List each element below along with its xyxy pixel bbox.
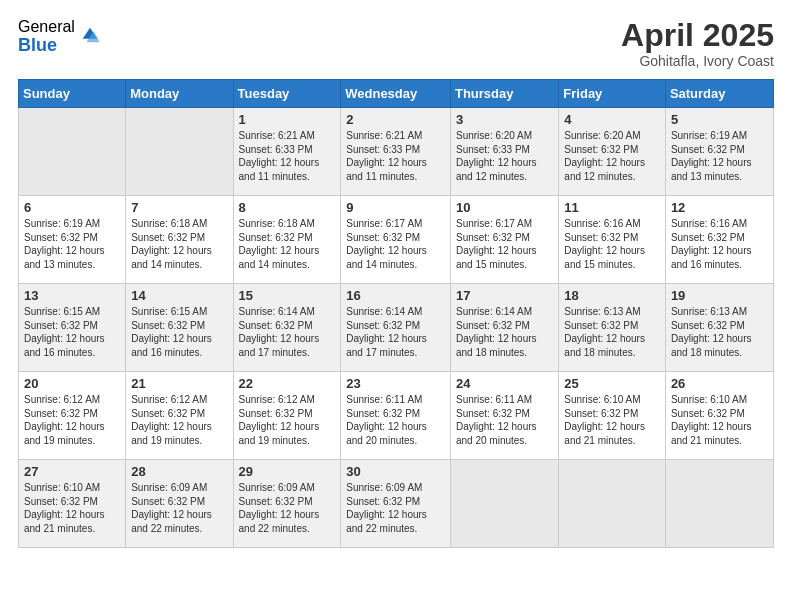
- page: General Blue April 2025 Gohitafla, Ivory…: [0, 0, 792, 612]
- day-info: Sunrise: 6:17 AM Sunset: 6:32 PM Dayligh…: [456, 217, 553, 271]
- calendar-week-row: 27Sunrise: 6:10 AM Sunset: 6:32 PM Dayli…: [19, 460, 774, 548]
- day-info: Sunrise: 6:17 AM Sunset: 6:32 PM Dayligh…: [346, 217, 445, 271]
- calendar-day-cell: 4Sunrise: 6:20 AM Sunset: 6:32 PM Daylig…: [559, 108, 666, 196]
- calendar-day-cell: 21Sunrise: 6:12 AM Sunset: 6:32 PM Dayli…: [126, 372, 233, 460]
- day-number: 9: [346, 200, 445, 215]
- location: Gohitafla, Ivory Coast: [621, 53, 774, 69]
- calendar-day-cell: 9Sunrise: 6:17 AM Sunset: 6:32 PM Daylig…: [341, 196, 451, 284]
- day-number: 21: [131, 376, 227, 391]
- calendar-day-cell: 10Sunrise: 6:17 AM Sunset: 6:32 PM Dayli…: [450, 196, 558, 284]
- month-title: April 2025: [621, 18, 774, 53]
- weekday-header: Sunday: [19, 80, 126, 108]
- calendar-day-cell: 23Sunrise: 6:11 AM Sunset: 6:32 PM Dayli…: [341, 372, 451, 460]
- day-number: 8: [239, 200, 336, 215]
- calendar-day-cell: 22Sunrise: 6:12 AM Sunset: 6:32 PM Dayli…: [233, 372, 341, 460]
- day-info: Sunrise: 6:15 AM Sunset: 6:32 PM Dayligh…: [131, 305, 227, 359]
- calendar-day-cell: 7Sunrise: 6:18 AM Sunset: 6:32 PM Daylig…: [126, 196, 233, 284]
- calendar-day-cell: 19Sunrise: 6:13 AM Sunset: 6:32 PM Dayli…: [665, 284, 773, 372]
- calendar-day-cell: [559, 460, 666, 548]
- calendar-day-cell: 15Sunrise: 6:14 AM Sunset: 6:32 PM Dayli…: [233, 284, 341, 372]
- calendar-day-cell: 24Sunrise: 6:11 AM Sunset: 6:32 PM Dayli…: [450, 372, 558, 460]
- day-number: 26: [671, 376, 768, 391]
- day-info: Sunrise: 6:12 AM Sunset: 6:32 PM Dayligh…: [24, 393, 120, 447]
- day-number: 7: [131, 200, 227, 215]
- day-info: Sunrise: 6:12 AM Sunset: 6:32 PM Dayligh…: [239, 393, 336, 447]
- calendar-day-cell: 18Sunrise: 6:13 AM Sunset: 6:32 PM Dayli…: [559, 284, 666, 372]
- weekday-header: Monday: [126, 80, 233, 108]
- logo-text: General Blue: [18, 18, 75, 55]
- calendar-day-cell: 14Sunrise: 6:15 AM Sunset: 6:32 PM Dayli…: [126, 284, 233, 372]
- day-number: 3: [456, 112, 553, 127]
- calendar-day-cell: [126, 108, 233, 196]
- calendar-week-row: 1Sunrise: 6:21 AM Sunset: 6:33 PM Daylig…: [19, 108, 774, 196]
- weekday-header: Wednesday: [341, 80, 451, 108]
- day-info: Sunrise: 6:10 AM Sunset: 6:32 PM Dayligh…: [671, 393, 768, 447]
- day-info: Sunrise: 6:15 AM Sunset: 6:32 PM Dayligh…: [24, 305, 120, 359]
- day-number: 10: [456, 200, 553, 215]
- day-number: 11: [564, 200, 660, 215]
- day-info: Sunrise: 6:16 AM Sunset: 6:32 PM Dayligh…: [564, 217, 660, 271]
- weekday-header: Tuesday: [233, 80, 341, 108]
- calendar-week-row: 20Sunrise: 6:12 AM Sunset: 6:32 PM Dayli…: [19, 372, 774, 460]
- day-info: Sunrise: 6:13 AM Sunset: 6:32 PM Dayligh…: [564, 305, 660, 359]
- day-number: 23: [346, 376, 445, 391]
- day-number: 6: [24, 200, 120, 215]
- calendar-day-cell: 26Sunrise: 6:10 AM Sunset: 6:32 PM Dayli…: [665, 372, 773, 460]
- day-info: Sunrise: 6:13 AM Sunset: 6:32 PM Dayligh…: [671, 305, 768, 359]
- day-number: 18: [564, 288, 660, 303]
- day-info: Sunrise: 6:14 AM Sunset: 6:32 PM Dayligh…: [239, 305, 336, 359]
- day-info: Sunrise: 6:11 AM Sunset: 6:32 PM Dayligh…: [346, 393, 445, 447]
- day-info: Sunrise: 6:21 AM Sunset: 6:33 PM Dayligh…: [346, 129, 445, 183]
- calendar-day-cell: 6Sunrise: 6:19 AM Sunset: 6:32 PM Daylig…: [19, 196, 126, 284]
- day-number: 1: [239, 112, 336, 127]
- day-number: 20: [24, 376, 120, 391]
- day-number: 14: [131, 288, 227, 303]
- day-number: 29: [239, 464, 336, 479]
- day-number: 27: [24, 464, 120, 479]
- title-section: April 2025 Gohitafla, Ivory Coast: [621, 18, 774, 69]
- day-number: 22: [239, 376, 336, 391]
- day-number: 17: [456, 288, 553, 303]
- day-info: Sunrise: 6:18 AM Sunset: 6:32 PM Dayligh…: [131, 217, 227, 271]
- calendar-day-cell: 11Sunrise: 6:16 AM Sunset: 6:32 PM Dayli…: [559, 196, 666, 284]
- header: General Blue April 2025 Gohitafla, Ivory…: [18, 18, 774, 69]
- calendar-day-cell: 20Sunrise: 6:12 AM Sunset: 6:32 PM Dayli…: [19, 372, 126, 460]
- calendar-day-cell: 8Sunrise: 6:18 AM Sunset: 6:32 PM Daylig…: [233, 196, 341, 284]
- logo-general: General: [18, 18, 75, 36]
- calendar-day-cell: 16Sunrise: 6:14 AM Sunset: 6:32 PM Dayli…: [341, 284, 451, 372]
- day-info: Sunrise: 6:10 AM Sunset: 6:32 PM Dayligh…: [564, 393, 660, 447]
- day-info: Sunrise: 6:11 AM Sunset: 6:32 PM Dayligh…: [456, 393, 553, 447]
- calendar-day-cell: 2Sunrise: 6:21 AM Sunset: 6:33 PM Daylig…: [341, 108, 451, 196]
- calendar-day-cell: 28Sunrise: 6:09 AM Sunset: 6:32 PM Dayli…: [126, 460, 233, 548]
- calendar-day-cell: 25Sunrise: 6:10 AM Sunset: 6:32 PM Dayli…: [559, 372, 666, 460]
- day-info: Sunrise: 6:09 AM Sunset: 6:32 PM Dayligh…: [346, 481, 445, 535]
- day-number: 15: [239, 288, 336, 303]
- day-info: Sunrise: 6:19 AM Sunset: 6:32 PM Dayligh…: [671, 129, 768, 183]
- day-number: 13: [24, 288, 120, 303]
- day-number: 25: [564, 376, 660, 391]
- calendar-day-cell: 3Sunrise: 6:20 AM Sunset: 6:33 PM Daylig…: [450, 108, 558, 196]
- calendar-day-cell: 5Sunrise: 6:19 AM Sunset: 6:32 PM Daylig…: [665, 108, 773, 196]
- day-number: 2: [346, 112, 445, 127]
- calendar-day-cell: 29Sunrise: 6:09 AM Sunset: 6:32 PM Dayli…: [233, 460, 341, 548]
- weekday-header-row: SundayMondayTuesdayWednesdayThursdayFrid…: [19, 80, 774, 108]
- day-info: Sunrise: 6:16 AM Sunset: 6:32 PM Dayligh…: [671, 217, 768, 271]
- calendar-day-cell: [665, 460, 773, 548]
- day-info: Sunrise: 6:20 AM Sunset: 6:33 PM Dayligh…: [456, 129, 553, 183]
- logo: General Blue: [18, 18, 101, 55]
- calendar-day-cell: 30Sunrise: 6:09 AM Sunset: 6:32 PM Dayli…: [341, 460, 451, 548]
- day-number: 30: [346, 464, 445, 479]
- logo-blue: Blue: [18, 36, 75, 56]
- weekday-header: Saturday: [665, 80, 773, 108]
- day-info: Sunrise: 6:09 AM Sunset: 6:32 PM Dayligh…: [131, 481, 227, 535]
- calendar: SundayMondayTuesdayWednesdayThursdayFrid…: [18, 79, 774, 548]
- day-info: Sunrise: 6:19 AM Sunset: 6:32 PM Dayligh…: [24, 217, 120, 271]
- day-number: 4: [564, 112, 660, 127]
- day-info: Sunrise: 6:20 AM Sunset: 6:32 PM Dayligh…: [564, 129, 660, 183]
- day-number: 19: [671, 288, 768, 303]
- day-info: Sunrise: 6:10 AM Sunset: 6:32 PM Dayligh…: [24, 481, 120, 535]
- calendar-day-cell: 1Sunrise: 6:21 AM Sunset: 6:33 PM Daylig…: [233, 108, 341, 196]
- weekday-header: Friday: [559, 80, 666, 108]
- day-number: 5: [671, 112, 768, 127]
- calendar-day-cell: [450, 460, 558, 548]
